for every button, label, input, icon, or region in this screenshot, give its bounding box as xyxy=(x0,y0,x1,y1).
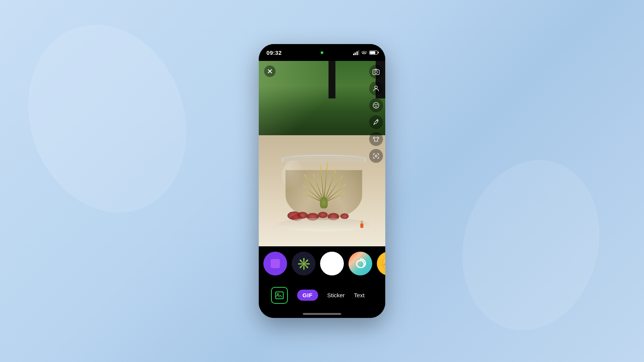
purple-square-icon xyxy=(269,257,281,270)
face-tool-button[interactable] xyxy=(369,98,383,112)
person-icon xyxy=(372,85,380,92)
person-tool-button[interactable] xyxy=(369,82,383,95)
media-toolbar-item[interactable] xyxy=(266,287,292,304)
svg-point-1 xyxy=(375,71,378,74)
status-icons xyxy=(353,50,378,56)
sticker-smiley-face[interactable]: 😊 xyxy=(377,252,385,275)
sticker-purple-square[interactable] xyxy=(263,252,287,275)
scene-background-top xyxy=(259,61,385,144)
brush-tool-button[interactable] xyxy=(369,115,383,129)
sticker-toolbar-item[interactable]: Sticker xyxy=(323,292,350,298)
terrarium-scene xyxy=(259,61,385,246)
plant-spikes xyxy=(310,161,337,203)
gif-toolbar-item[interactable]: GIF xyxy=(292,290,323,301)
svg-point-3 xyxy=(373,103,379,108)
bowl-bottom xyxy=(278,218,370,231)
battery-icon xyxy=(369,51,378,55)
phone-frame: 09:32 xyxy=(259,44,385,318)
terrarium-bowl xyxy=(278,155,370,231)
face-icon xyxy=(372,102,380,109)
figure-body xyxy=(360,223,363,228)
svg-rect-7 xyxy=(271,259,280,268)
smiley-icon: 😊 xyxy=(381,256,385,271)
sticker-label[interactable]: Sticker xyxy=(327,292,345,298)
gif-button[interactable]: GIF xyxy=(297,290,318,301)
home-bar xyxy=(303,313,341,315)
active-dot xyxy=(321,51,324,54)
plant xyxy=(309,159,339,208)
svg-point-6 xyxy=(375,155,377,157)
bottom-toolbar: GIF Sticker Text xyxy=(259,281,385,310)
signal-bars-icon xyxy=(353,50,360,55)
gradient-swirl-icon xyxy=(353,256,368,271)
sticker-gradient-swirl[interactable] xyxy=(348,252,372,275)
figure-head xyxy=(361,221,363,223)
scan-icon xyxy=(372,152,380,160)
shirt-tool-button[interactable] xyxy=(369,132,383,146)
figure xyxy=(360,221,364,229)
svg-rect-0 xyxy=(373,70,380,75)
text-label[interactable]: Text xyxy=(354,292,365,298)
text-toolbar-item[interactable]: Text xyxy=(349,292,369,298)
scan-tool-button[interactable] xyxy=(369,149,383,163)
shirt-icon xyxy=(372,135,380,143)
status-time: 09:32 xyxy=(266,49,282,56)
camera-icon xyxy=(372,68,380,75)
star-burst-icon: ✳️ xyxy=(297,257,311,270)
bowl-shine xyxy=(282,161,305,191)
close-button[interactable] xyxy=(264,66,276,77)
svg-point-4 xyxy=(375,105,376,105)
svg-point-2 xyxy=(375,86,378,88)
photo-area xyxy=(259,61,385,246)
status-bar: 09:32 xyxy=(259,44,385,61)
sticker-strip: ✳️ 😊 xyxy=(259,246,385,281)
brush-icon xyxy=(372,118,380,126)
media-icon xyxy=(275,292,284,299)
media-button[interactable] xyxy=(271,287,288,304)
camera-tool-button[interactable] xyxy=(369,65,383,79)
svg-point-5 xyxy=(377,105,378,105)
window-bar-left xyxy=(329,61,335,98)
sticker-white-circle[interactable] xyxy=(320,252,344,275)
sticker-star-burst[interactable]: ✳️ xyxy=(292,252,315,275)
wifi-icon xyxy=(361,50,367,56)
right-tools xyxy=(369,65,383,163)
home-indicator xyxy=(259,310,385,318)
